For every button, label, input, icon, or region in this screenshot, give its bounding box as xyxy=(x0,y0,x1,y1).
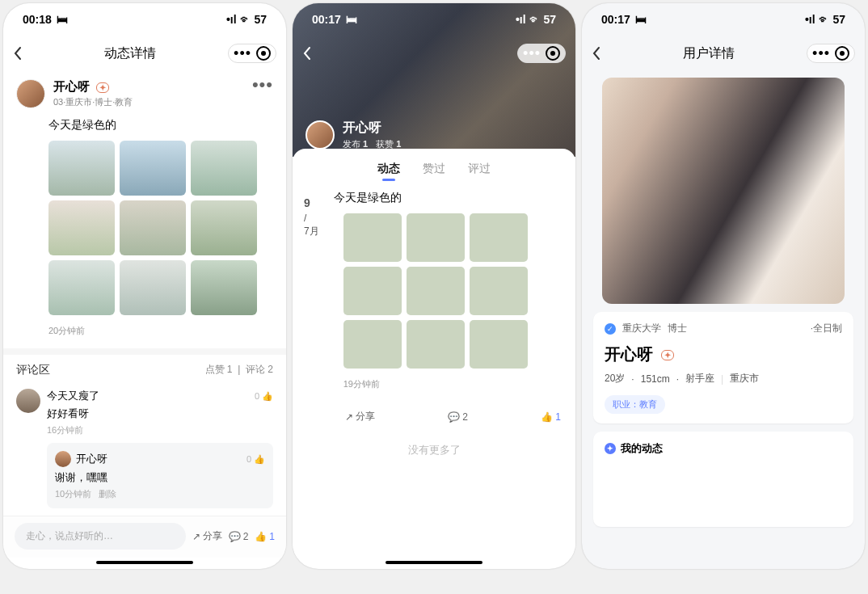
avatar[interactable] xyxy=(16,79,45,108)
comment-button[interactable]: 💬2 xyxy=(448,410,468,423)
phone-user-profile: 00:17 🛏 •ıl ᯤ 57 用户详情 ••• ✓ 重庆大学 博士 ·全日制 xyxy=(582,3,865,569)
reply-item: 开心呀 0 👍 谢谢，嘿嘿 10分钟前 删除 xyxy=(47,443,273,508)
reply-like-button[interactable]: 0 👍 xyxy=(246,451,265,467)
comments-label: 评论区 xyxy=(16,363,50,377)
photo-thumb[interactable] xyxy=(120,200,186,255)
photo-thumb[interactable] xyxy=(191,260,257,315)
no-more-label: 没有更多了 xyxy=(293,435,575,466)
date-month: 7月 xyxy=(304,225,319,238)
tab-sheet[interactable]: 动态 赞过 评过 9 / 7月 今天是绿色的 xyxy=(293,149,575,558)
back-button[interactable] xyxy=(302,46,322,61)
tab-commented[interactable]: 评过 xyxy=(468,162,491,176)
comment-item: 今天又瘦了 0 👍 好好看呀 16分钟前 xyxy=(3,382,286,436)
phone-user-feed: 00:17 🛏 •ıl ᯤ 57 ••• 开心呀 xyxy=(293,3,575,569)
photo-thumb[interactable] xyxy=(605,464,672,517)
author-name[interactable]: 开心呀 xyxy=(53,79,90,93)
avatar[interactable] xyxy=(305,120,335,150)
avatar[interactable] xyxy=(55,451,71,467)
share-button[interactable]: ↗ 分享 xyxy=(192,529,222,543)
like-button[interactable]: 👍 1 xyxy=(255,531,275,542)
photo-thumb[interactable] xyxy=(470,320,528,369)
photo-thumb[interactable] xyxy=(191,141,257,196)
comment-summary[interactable]: 评论 2 xyxy=(246,364,273,375)
thumb-up-icon: 👍 xyxy=(255,531,267,542)
page-title: 动态详情 xyxy=(32,45,228,62)
publish-label: 发布 xyxy=(343,139,360,149)
author-meta: 03·重庆市·博士·教育 xyxy=(53,96,244,108)
target-icon xyxy=(835,46,849,61)
target-icon xyxy=(546,46,560,61)
status-bar: 00:18 🛏 •ıl ᯤ 57 xyxy=(3,3,286,36)
status-bar: 00:17 🛏 •ıl ᯤ 57 xyxy=(582,3,865,36)
date-column: 9 / 7月 xyxy=(293,184,331,435)
photo-thumb[interactable] xyxy=(753,464,821,517)
posts-card: ✦ 我的动态 xyxy=(593,432,853,527)
photo-thumb[interactable] xyxy=(679,464,747,517)
nav-bar: 用户详情 ••• xyxy=(582,36,865,71)
home-indicator[interactable] xyxy=(96,561,193,564)
clock: 00:17 xyxy=(601,13,630,26)
photo-thumb[interactable] xyxy=(48,200,115,255)
content-scroll[interactable]: 开心呀 ✦ 03·重庆市·博士·教育 ••• 今天是绿色的 20分钟前 评论区 … xyxy=(3,71,286,516)
university: 重庆大学 xyxy=(622,322,661,335)
share-button[interactable]: ↗分享 xyxy=(345,410,375,423)
photo-thumb[interactable] xyxy=(407,213,465,262)
thumb-up-icon: 👍 xyxy=(541,411,553,423)
clock: 00:17 xyxy=(312,13,341,26)
nav-bar: ••• xyxy=(293,36,575,71)
commenter-name[interactable]: 今天又瘦了 xyxy=(47,389,99,403)
more-icon: ••• xyxy=(812,46,830,61)
avatar[interactable] xyxy=(16,389,40,413)
capsule-button[interactable]: ••• xyxy=(807,44,855,63)
photo-thumb[interactable] xyxy=(48,260,115,315)
home-indicator[interactable] xyxy=(386,561,482,564)
signal-icons: •ıl ᯤ 57 xyxy=(226,13,267,26)
photo-thumb[interactable] xyxy=(407,320,465,369)
tabs: 动态 赞过 评过 xyxy=(293,149,575,184)
phone-post-detail: 00:18 🛏 •ıl ᯤ 57 动态详情 ••• 开心呀 ✦ 03·重庆市·博… xyxy=(3,3,286,569)
photo-thumb[interactable] xyxy=(343,213,402,262)
capsule-button[interactable]: ••• xyxy=(228,44,276,63)
publish-count: 1 xyxy=(363,139,368,149)
target-icon xyxy=(256,46,271,61)
photo-thumb[interactable] xyxy=(343,267,402,315)
bed-icon: 🛏 xyxy=(346,13,357,26)
reply-name[interactable]: 开心呀 xyxy=(76,452,107,466)
comment-like-button[interactable]: 0 👍 xyxy=(255,389,273,403)
capsule-button[interactable]: ••• xyxy=(517,44,566,63)
comment-time: 16分钟前 xyxy=(47,424,273,436)
star-icon: ✦ xyxy=(605,443,616,454)
content-scroll[interactable]: ✓ 重庆大学 博士 ·全日制 开心呀 ✦ 20岁 · 151cm · 射手座 |… xyxy=(582,71,865,569)
reply-text: 谢谢，嘿嘿 xyxy=(55,470,265,485)
age: 20岁 xyxy=(605,372,625,385)
comment-input[interactable]: 走心，说点好听的… xyxy=(15,523,186,550)
back-button[interactable] xyxy=(13,46,32,61)
photo-thumb[interactable] xyxy=(407,267,465,315)
photo-thumb[interactable] xyxy=(120,141,186,196)
reply-time: 10分钟前 xyxy=(55,489,91,499)
date-day: 9 xyxy=(304,196,319,212)
tab-liked[interactable]: 赞过 xyxy=(423,162,445,176)
bottom-bar: 走心，说点好听的… ↗ 分享 💬 2 👍 1 xyxy=(3,516,286,558)
post-header: 开心呀 ✦ 03·重庆市·博士·教育 ••• xyxy=(3,71,286,112)
section-title: 我的动态 xyxy=(621,441,663,456)
photo-thumb[interactable] xyxy=(343,320,402,369)
share-icon: ↗ xyxy=(192,531,200,542)
photo-thumb[interactable] xyxy=(48,141,115,196)
like-label: 获赞 xyxy=(376,139,394,149)
post-more-button[interactable]: ••• xyxy=(252,79,273,108)
photo-thumb[interactable] xyxy=(191,200,257,255)
reply-delete-button[interactable]: 删除 xyxy=(99,489,116,499)
photo-thumb[interactable] xyxy=(120,260,186,315)
thumb-up-icon: 👍 xyxy=(254,454,265,465)
tab-posts[interactable]: 动态 xyxy=(377,162,400,176)
comment-text: 好好看呀 xyxy=(47,407,273,421)
like-summary[interactable]: 点赞 1 xyxy=(205,364,233,375)
city: 重庆市 xyxy=(730,372,759,385)
profile-photo[interactable] xyxy=(602,78,845,304)
photo-thumb[interactable] xyxy=(470,213,528,262)
like-button[interactable]: 👍1 xyxy=(541,410,561,423)
back-button[interactable] xyxy=(592,46,611,61)
comment-button[interactable]: 💬 2 xyxy=(229,531,249,542)
photo-thumb[interactable] xyxy=(470,267,528,315)
